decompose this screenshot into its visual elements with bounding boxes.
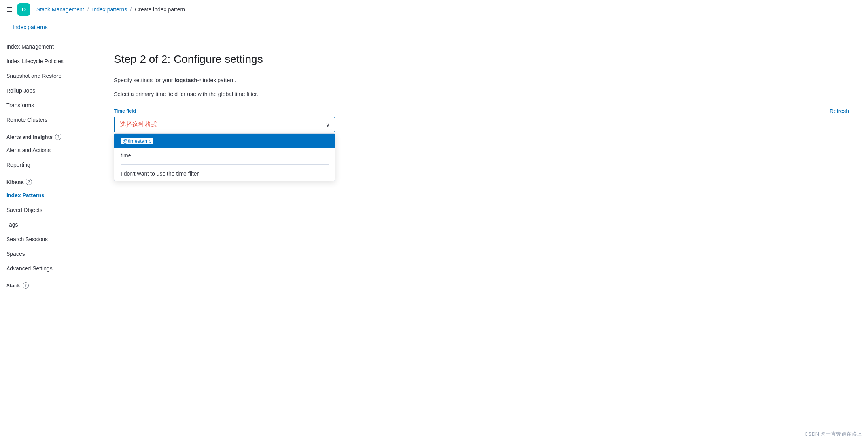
time-field-label-row: Time field Refresh xyxy=(114,108,849,114)
sidebar-section-stack: Stack ? xyxy=(0,276,95,292)
sidebar-section-kibana: Kibana ? xyxy=(0,172,95,188)
description-1: Specify settings for your logstash-* ind… xyxy=(114,76,849,85)
time-field-dropdown-wrapper: 选择这种格式 ∨ @timestamp time I don't want to… xyxy=(114,117,335,132)
sidebar-item-advanced-settings[interactable]: Advanced Settings xyxy=(0,261,95,276)
sidebar-item-index-patterns[interactable]: Index Patterns xyxy=(0,188,95,203)
breadcrumb: Stack Management / Index patterns / Crea… xyxy=(36,6,185,13)
sidebar-item-alerts-actions[interactable]: Alerts and Actions xyxy=(0,143,95,158)
avatar[interactable]: D xyxy=(17,3,30,16)
alerts-help-icon[interactable]: ? xyxy=(55,134,61,140)
sidebar-item-snapshot[interactable]: Snapshot and Restore xyxy=(0,69,95,83)
sidebar-item-transforms[interactable]: Transforms xyxy=(0,98,95,113)
timestamp-highlight: @timestamp xyxy=(121,138,153,144)
watermark: CSDN @一直奔跑在路上 xyxy=(804,431,862,438)
description-2: Select a primary time field for use with… xyxy=(114,90,849,98)
breadcrumb-current: Create index pattern xyxy=(135,6,185,13)
kibana-help-icon[interactable]: ? xyxy=(26,179,32,185)
content-area: Step 2 of 2: Configure settings Specify … xyxy=(95,36,868,444)
breadcrumb-sep-1: / xyxy=(87,6,89,13)
refresh-link[interactable]: Refresh xyxy=(830,108,849,114)
breadcrumb-index-patterns[interactable]: Index patterns xyxy=(92,6,127,13)
sidebar-section-kibana-label: Kibana xyxy=(6,179,23,185)
sidebar-item-search-sessions[interactable]: Search Sessions xyxy=(0,232,95,247)
sidebar-item-index-management[interactable]: Index Management xyxy=(0,40,95,54)
sidebar-item-index-lifecycle[interactable]: Index Lifecycle Policies xyxy=(0,54,95,69)
top-header: ☰ D Stack Management / Index patterns / … xyxy=(0,0,868,19)
dropdown-menu: @timestamp time I don't want to use the … xyxy=(114,133,335,181)
dropdown-divider xyxy=(121,164,329,165)
breadcrumb-stack-management[interactable]: Stack Management xyxy=(36,6,84,13)
dropdown-selected-value: 选择这种格式 xyxy=(119,121,157,129)
sidebar: Index Management Index Lifecycle Policie… xyxy=(0,36,95,444)
sidebar-item-saved-objects[interactable]: Saved Objects xyxy=(0,203,95,217)
dropdown-option-timestamp[interactable]: @timestamp xyxy=(114,134,335,148)
hamburger-icon[interactable]: ☰ xyxy=(6,5,13,14)
time-field-label: Time field xyxy=(114,108,136,114)
stack-help-icon[interactable]: ? xyxy=(23,282,29,289)
breadcrumb-sep-2: / xyxy=(130,6,132,13)
tab-bar: Index patterns xyxy=(0,19,868,36)
sidebar-item-remote-clusters[interactable]: Remote Clusters xyxy=(0,113,95,127)
dropdown-option-no-filter[interactable]: I don't want to use the time filter xyxy=(114,166,335,181)
tab-index-patterns[interactable]: Index patterns xyxy=(6,19,54,36)
sidebar-section-alerts-label: Alerts and Insights xyxy=(6,134,53,140)
sidebar-item-spaces[interactable]: Spaces xyxy=(0,247,95,261)
main-layout: Index Management Index Lifecycle Policie… xyxy=(0,36,868,444)
time-field-dropdown[interactable]: 选择这种格式 ∨ xyxy=(114,117,335,132)
sidebar-section-alerts: Alerts and Insights ? xyxy=(0,127,95,143)
dropdown-option-time[interactable]: time xyxy=(114,148,335,162)
page-title: Step 2 of 2: Configure settings xyxy=(114,52,849,66)
chevron-down-icon: ∨ xyxy=(326,121,330,128)
sidebar-section-stack-label: Stack xyxy=(6,283,20,289)
index-pattern-bold: logstash-* xyxy=(174,77,201,83)
sidebar-item-rollup[interactable]: Rollup Jobs xyxy=(0,83,95,98)
sidebar-item-tags[interactable]: Tags xyxy=(0,217,95,232)
sidebar-item-reporting[interactable]: Reporting xyxy=(0,158,95,172)
